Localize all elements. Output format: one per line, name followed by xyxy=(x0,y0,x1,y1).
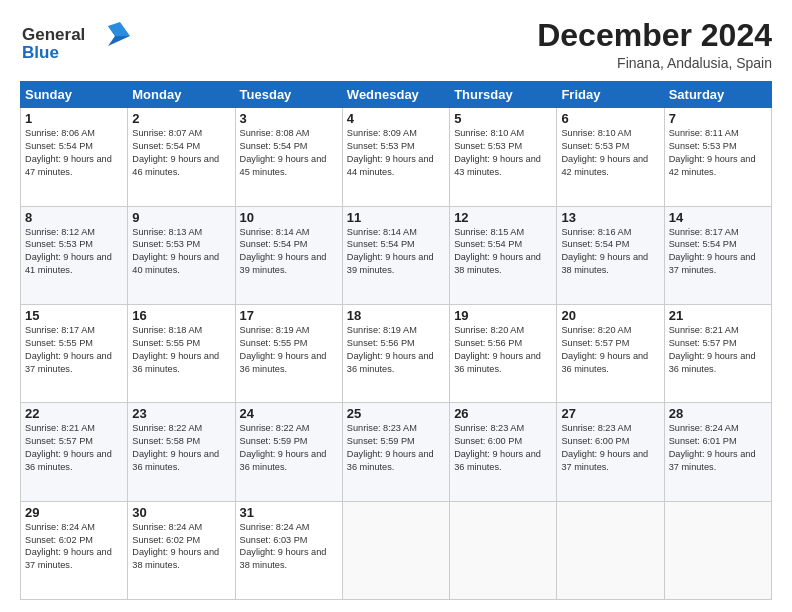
day-detail: Sunrise: 8:07 AM Sunset: 5:54 PM Dayligh… xyxy=(132,127,230,179)
table-row: 18 Sunrise: 8:19 AM Sunset: 5:56 PM Dayl… xyxy=(342,304,449,402)
day-number: 18 xyxy=(347,308,445,323)
table-row: 14 Sunrise: 8:17 AM Sunset: 5:54 PM Dayl… xyxy=(664,206,771,304)
table-row: 6 Sunrise: 8:10 AM Sunset: 5:53 PM Dayli… xyxy=(557,108,664,206)
table-row: 3 Sunrise: 8:08 AM Sunset: 5:54 PM Dayli… xyxy=(235,108,342,206)
day-detail: Sunrise: 8:14 AM Sunset: 5:54 PM Dayligh… xyxy=(347,226,445,278)
day-detail: Sunrise: 8:19 AM Sunset: 5:55 PM Dayligh… xyxy=(240,324,338,376)
table-row: 13 Sunrise: 8:16 AM Sunset: 5:54 PM Dayl… xyxy=(557,206,664,304)
col-tuesday: Tuesday xyxy=(235,82,342,108)
table-row xyxy=(557,501,664,599)
month-title: December 2024 xyxy=(537,18,772,53)
day-number: 9 xyxy=(132,210,230,225)
table-row: 11 Sunrise: 8:14 AM Sunset: 5:54 PM Dayl… xyxy=(342,206,449,304)
day-detail: Sunrise: 8:20 AM Sunset: 5:57 PM Dayligh… xyxy=(561,324,659,376)
table-row: 17 Sunrise: 8:19 AM Sunset: 5:55 PM Dayl… xyxy=(235,304,342,402)
day-detail: Sunrise: 8:06 AM Sunset: 5:54 PM Dayligh… xyxy=(25,127,123,179)
day-number: 22 xyxy=(25,406,123,421)
day-detail: Sunrise: 8:10 AM Sunset: 5:53 PM Dayligh… xyxy=(561,127,659,179)
table-row: 21 Sunrise: 8:21 AM Sunset: 5:57 PM Dayl… xyxy=(664,304,771,402)
day-detail: Sunrise: 8:17 AM Sunset: 5:55 PM Dayligh… xyxy=(25,324,123,376)
day-number: 2 xyxy=(132,111,230,126)
table-row: 25 Sunrise: 8:23 AM Sunset: 5:59 PM Dayl… xyxy=(342,403,449,501)
day-detail: Sunrise: 8:24 AM Sunset: 6:03 PM Dayligh… xyxy=(240,521,338,573)
day-detail: Sunrise: 8:15 AM Sunset: 5:54 PM Dayligh… xyxy=(454,226,552,278)
day-detail: Sunrise: 8:21 AM Sunset: 5:57 PM Dayligh… xyxy=(25,422,123,474)
table-row: 9 Sunrise: 8:13 AM Sunset: 5:53 PM Dayli… xyxy=(128,206,235,304)
table-row xyxy=(342,501,449,599)
day-detail: Sunrise: 8:11 AM Sunset: 5:53 PM Dayligh… xyxy=(669,127,767,179)
table-row: 2 Sunrise: 8:07 AM Sunset: 5:54 PM Dayli… xyxy=(128,108,235,206)
table-row: 15 Sunrise: 8:17 AM Sunset: 5:55 PM Dayl… xyxy=(21,304,128,402)
col-wednesday: Wednesday xyxy=(342,82,449,108)
table-row: 19 Sunrise: 8:20 AM Sunset: 5:56 PM Dayl… xyxy=(450,304,557,402)
table-row: 1 Sunrise: 8:06 AM Sunset: 5:54 PM Dayli… xyxy=(21,108,128,206)
table-row: 12 Sunrise: 8:15 AM Sunset: 5:54 PM Dayl… xyxy=(450,206,557,304)
day-number: 20 xyxy=(561,308,659,323)
table-row: 10 Sunrise: 8:14 AM Sunset: 5:54 PM Dayl… xyxy=(235,206,342,304)
day-detail: Sunrise: 8:13 AM Sunset: 5:53 PM Dayligh… xyxy=(132,226,230,278)
day-number: 10 xyxy=(240,210,338,225)
day-detail: Sunrise: 8:23 AM Sunset: 6:00 PM Dayligh… xyxy=(561,422,659,474)
table-row: 27 Sunrise: 8:23 AM Sunset: 6:00 PM Dayl… xyxy=(557,403,664,501)
day-detail: Sunrise: 8:16 AM Sunset: 5:54 PM Dayligh… xyxy=(561,226,659,278)
svg-text:Blue: Blue xyxy=(22,43,59,62)
day-detail: Sunrise: 8:22 AM Sunset: 5:59 PM Dayligh… xyxy=(240,422,338,474)
day-number: 27 xyxy=(561,406,659,421)
day-detail: Sunrise: 8:10 AM Sunset: 5:53 PM Dayligh… xyxy=(454,127,552,179)
table-row: 22 Sunrise: 8:21 AM Sunset: 5:57 PM Dayl… xyxy=(21,403,128,501)
day-number: 11 xyxy=(347,210,445,225)
day-number: 26 xyxy=(454,406,552,421)
location: Finana, Andalusia, Spain xyxy=(537,55,772,71)
day-detail: Sunrise: 8:19 AM Sunset: 5:56 PM Dayligh… xyxy=(347,324,445,376)
day-number: 28 xyxy=(669,406,767,421)
day-detail: Sunrise: 8:23 AM Sunset: 6:00 PM Dayligh… xyxy=(454,422,552,474)
table-row: 28 Sunrise: 8:24 AM Sunset: 6:01 PM Dayl… xyxy=(664,403,771,501)
col-saturday: Saturday xyxy=(664,82,771,108)
table-row: 30 Sunrise: 8:24 AM Sunset: 6:02 PM Dayl… xyxy=(128,501,235,599)
table-row xyxy=(664,501,771,599)
day-detail: Sunrise: 8:20 AM Sunset: 5:56 PM Dayligh… xyxy=(454,324,552,376)
day-number: 3 xyxy=(240,111,338,126)
table-row: 4 Sunrise: 8:09 AM Sunset: 5:53 PM Dayli… xyxy=(342,108,449,206)
svg-text:General: General xyxy=(22,25,85,44)
day-number: 14 xyxy=(669,210,767,225)
col-friday: Friday xyxy=(557,82,664,108)
table-row: 7 Sunrise: 8:11 AM Sunset: 5:53 PM Dayli… xyxy=(664,108,771,206)
day-number: 25 xyxy=(347,406,445,421)
logo-wordmark: General Blue xyxy=(20,18,130,66)
day-detail: Sunrise: 8:24 AM Sunset: 6:01 PM Dayligh… xyxy=(669,422,767,474)
day-detail: Sunrise: 8:12 AM Sunset: 5:53 PM Dayligh… xyxy=(25,226,123,278)
day-number: 6 xyxy=(561,111,659,126)
day-number: 12 xyxy=(454,210,552,225)
table-row: 31 Sunrise: 8:24 AM Sunset: 6:03 PM Dayl… xyxy=(235,501,342,599)
day-number: 4 xyxy=(347,111,445,126)
day-number: 19 xyxy=(454,308,552,323)
table-row: 16 Sunrise: 8:18 AM Sunset: 5:55 PM Dayl… xyxy=(128,304,235,402)
table-row: 24 Sunrise: 8:22 AM Sunset: 5:59 PM Dayl… xyxy=(235,403,342,501)
day-detail: Sunrise: 8:14 AM Sunset: 5:54 PM Dayligh… xyxy=(240,226,338,278)
day-detail: Sunrise: 8:21 AM Sunset: 5:57 PM Dayligh… xyxy=(669,324,767,376)
day-number: 17 xyxy=(240,308,338,323)
day-number: 1 xyxy=(25,111,123,126)
header: General Blue December 2024 Finana, Andal… xyxy=(20,18,772,71)
calendar-page: General Blue December 2024 Finana, Andal… xyxy=(0,0,792,612)
day-number: 24 xyxy=(240,406,338,421)
col-sunday: Sunday xyxy=(21,82,128,108)
day-number: 15 xyxy=(25,308,123,323)
table-row: 29 Sunrise: 8:24 AM Sunset: 6:02 PM Dayl… xyxy=(21,501,128,599)
day-number: 21 xyxy=(669,308,767,323)
day-detail: Sunrise: 8:24 AM Sunset: 6:02 PM Dayligh… xyxy=(25,521,123,573)
day-detail: Sunrise: 8:17 AM Sunset: 5:54 PM Dayligh… xyxy=(669,226,767,278)
svg-marker-3 xyxy=(108,22,130,36)
col-monday: Monday xyxy=(128,82,235,108)
table-row xyxy=(450,501,557,599)
calendar-table: Sunday Monday Tuesday Wednesday Thursday… xyxy=(20,81,772,600)
table-row: 5 Sunrise: 8:10 AM Sunset: 5:53 PM Dayli… xyxy=(450,108,557,206)
table-row: 8 Sunrise: 8:12 AM Sunset: 5:53 PM Dayli… xyxy=(21,206,128,304)
day-number: 30 xyxy=(132,505,230,520)
table-row: 26 Sunrise: 8:23 AM Sunset: 6:00 PM Dayl… xyxy=(450,403,557,501)
day-number: 16 xyxy=(132,308,230,323)
day-detail: Sunrise: 8:24 AM Sunset: 6:02 PM Dayligh… xyxy=(132,521,230,573)
day-detail: Sunrise: 8:22 AM Sunset: 5:58 PM Dayligh… xyxy=(132,422,230,474)
logo: General Blue xyxy=(20,18,130,66)
